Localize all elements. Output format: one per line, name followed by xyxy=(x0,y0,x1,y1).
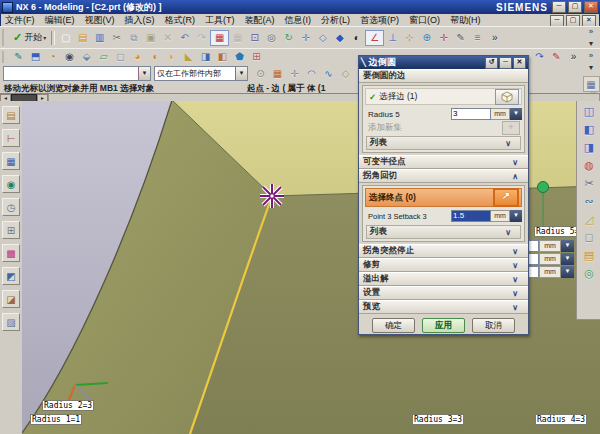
chevron-down-icon[interactable]: ▼ xyxy=(561,266,574,278)
revolve-icon[interactable]: ◔ xyxy=(44,49,61,64)
subtract-icon[interactable]: ◧ xyxy=(580,122,598,137)
collapsed-section-header[interactable]: 修剪 ∨ xyxy=(359,258,528,272)
select-face-icon[interactable]: ◇ xyxy=(337,66,354,81)
switch-window-icon[interactable]: ▦ xyxy=(210,30,229,46)
system-materials-icon[interactable]: ⊞ xyxy=(2,221,20,239)
copy-icon[interactable]: ⧉ xyxy=(125,30,142,45)
sphere-icon[interactable]: ◍ xyxy=(580,158,598,173)
extrude-icon[interactable]: ⬒ xyxy=(27,49,44,64)
redo-icon[interactable]: ↷ xyxy=(193,30,210,45)
paste-icon[interactable]: ▣ xyxy=(142,30,159,45)
undo-icon[interactable]: ↶ xyxy=(176,30,193,45)
start-menu-button[interactable]: ✓ 开始 ▾ xyxy=(10,31,49,44)
list-bar[interactable]: 列表 ∨ xyxy=(366,136,521,150)
menu-item[interactable]: 文件(F) xyxy=(0,14,40,27)
touch-mode-icon[interactable]: ◪ xyxy=(2,290,20,308)
delete-face-icon[interactable]: ◿ xyxy=(580,212,598,227)
collapsed-section-header[interactable]: 拐角突然停止 ∨ xyxy=(359,244,528,258)
trim-icon[interactable]: ✂ xyxy=(580,176,598,191)
open-icon[interactable]: ▤ xyxy=(74,30,91,45)
save-icon[interactable]: ▥ xyxy=(91,30,108,45)
swept-icon[interactable]: ↷ xyxy=(531,49,548,64)
roles-icon[interactable]: ◩ xyxy=(2,267,20,285)
orient-view-icon[interactable]: ∠ xyxy=(365,30,384,46)
menu-item[interactable]: 帮助(H) xyxy=(445,14,486,27)
boss-icon[interactable]: ⬙ xyxy=(78,49,95,64)
dialog-reset-button[interactable]: ↺ xyxy=(485,57,498,69)
cancel-button[interactable]: 取消 xyxy=(472,318,515,333)
datum-plane-icon[interactable]: ▱ xyxy=(95,49,112,64)
collapsed-section-header[interactable]: 预览 ∨ xyxy=(359,300,528,314)
dialog-minimize-button[interactable]: ─ xyxy=(499,57,512,69)
part-navigator-icon[interactable]: ▦ xyxy=(2,152,20,170)
toolbar-overflow-icon[interactable]: » xyxy=(565,49,582,64)
pan-icon[interactable]: ✛ xyxy=(297,30,314,45)
variational-sweep-icon[interactable]: ✎ xyxy=(548,49,565,64)
apply-button[interactable]: 应用 xyxy=(422,318,465,333)
selection-scope-combo[interactable]: 仅在工作部件内部 ▼ xyxy=(154,66,248,81)
draft-icon[interactable]: ⬟ xyxy=(231,49,248,64)
chevron-down-icon[interactable]: ▼ xyxy=(510,210,522,222)
menu-item[interactable]: 装配(A) xyxy=(240,14,280,27)
zoom-icon[interactable]: ◎ xyxy=(263,30,280,45)
offset-icon[interactable]: ◎ xyxy=(580,266,598,281)
select-edge-button[interactable] xyxy=(495,89,519,105)
chevron-down-icon[interactable]: ▾ xyxy=(582,62,600,74)
folder-icon[interactable]: ▤ xyxy=(580,248,598,263)
chevron-down-icon[interactable]: ▾ xyxy=(582,38,600,50)
shell-icon[interactable]: ◧ xyxy=(214,49,231,64)
menu-item[interactable]: 窗口(O) xyxy=(404,14,445,27)
select-endpoint-button[interactable]: ↗ xyxy=(493,188,519,207)
overflow-chevron-icon[interactable]: » xyxy=(582,50,600,62)
visual-style-icon[interactable]: ◐ xyxy=(348,30,365,45)
new-icon[interactable]: ▢ xyxy=(57,30,74,45)
face-blend-icon[interactable]: ◖ xyxy=(146,49,163,64)
window-history-icon[interactable]: ▦ xyxy=(229,30,246,45)
menu-item[interactable]: 编辑(E) xyxy=(40,14,80,27)
section-edges-to-blend[interactable]: 要倒圆的边 xyxy=(359,69,528,83)
shaded-icon[interactable]: ◆ xyxy=(331,30,348,45)
collapsed-section-header[interactable]: 溢出解 ∨ xyxy=(359,272,528,286)
sketch-icon[interactable]: ✎ xyxy=(10,49,27,64)
assembly-navigator-icon[interactable]: ▤ xyxy=(2,106,20,124)
grid-icon[interactable]: ▦ xyxy=(583,76,600,92)
fit-view-icon[interactable]: ⊡ xyxy=(246,30,263,45)
reuse-library-icon[interactable]: ◉ xyxy=(2,175,20,193)
menu-item[interactable]: 格式(R) xyxy=(160,14,201,27)
select-endpoint-row[interactable]: 选择终点 (0) ↗ xyxy=(365,188,522,207)
image-icon[interactable]: ▨ xyxy=(2,313,20,331)
section-corner-setback[interactable]: 拐角回切 ∧ xyxy=(359,169,528,183)
menu-item[interactable]: 信息(I) xyxy=(280,14,317,27)
pan-select-icon[interactable]: ✛ xyxy=(286,66,303,81)
soft-blend-icon[interactable]: ◗ xyxy=(163,49,180,64)
note-icon[interactable]: ✎ xyxy=(452,30,469,45)
close-button[interactable]: ✕ xyxy=(584,1,598,13)
general-selection-icon[interactable]: ⊙ xyxy=(252,66,269,81)
select-edge-row[interactable]: ✓ 选择边 (1) xyxy=(365,88,522,105)
menu-item[interactable]: 分析(L) xyxy=(316,14,355,27)
selected-point-marker[interactable] xyxy=(260,184,284,208)
lasso-icon[interactable]: ◠ xyxy=(303,66,320,81)
quick-pick-icon[interactable]: ▦ xyxy=(269,66,286,81)
section-variable-radius[interactable]: 可变半径点 ∨ xyxy=(359,155,528,169)
toolbar-grip[interactable] xyxy=(2,29,8,46)
chevron-down-icon[interactable]: ▼ xyxy=(235,67,247,80)
minimize-button[interactable]: ─ xyxy=(552,1,566,13)
endpoint-ball[interactable] xyxy=(538,182,549,193)
toolbar-grip[interactable] xyxy=(2,51,8,63)
constraint-navigator-icon[interactable]: ⊢ xyxy=(2,129,20,147)
setback-input[interactable]: 1.5 xyxy=(451,210,491,222)
menu-item[interactable]: 插入(S) xyxy=(120,14,160,27)
intersect-icon[interactable]: ◨ xyxy=(580,140,598,155)
chamfer-icon[interactable]: ◣ xyxy=(180,49,197,64)
dialog-close-button[interactable]: ✕ xyxy=(513,57,526,69)
hole-icon[interactable]: ◉ xyxy=(61,49,78,64)
rotate-view-icon[interactable]: ↻ xyxy=(280,30,297,45)
chevron-down-icon[interactable]: ▼ xyxy=(561,253,574,265)
edge-blend-icon[interactable]: ◕ xyxy=(129,49,146,64)
chevron-down-icon[interactable]: ▼ xyxy=(510,108,522,120)
toolbar-overflow-icon[interactable]: » xyxy=(486,30,503,45)
measure-icon[interactable]: ≡ xyxy=(469,30,486,45)
type-filter-combo[interactable]: ▼ xyxy=(3,66,151,81)
pattern-icon[interactable]: ⊞ xyxy=(248,49,265,64)
